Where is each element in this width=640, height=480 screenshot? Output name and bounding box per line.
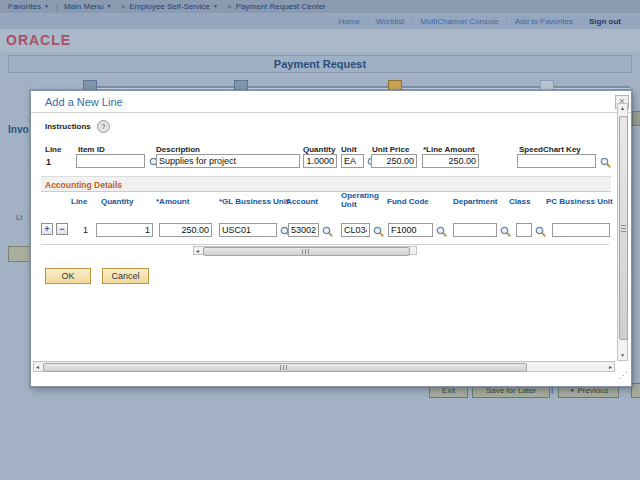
quantity-label: Quantity bbox=[303, 145, 335, 154]
grid-header-operating-unit: Operating Unit bbox=[341, 191, 383, 209]
chevron-down-icon: ▼ bbox=[213, 3, 218, 9]
grid-account-input[interactable] bbox=[288, 223, 319, 237]
lookup-icon[interactable] bbox=[436, 224, 448, 236]
scrollbar-grip bbox=[621, 225, 626, 233]
line-label: Line bbox=[45, 145, 61, 154]
grid-amount-input[interactable] bbox=[159, 223, 212, 237]
instructions-label: Instructions bbox=[45, 122, 91, 131]
add-to-favorites-link[interactable]: Add to Favorites bbox=[515, 17, 573, 26]
grid-class-input[interactable] bbox=[516, 223, 532, 237]
add-row-button[interactable]: + bbox=[41, 223, 53, 235]
scroll-right-icon[interactable]: ► bbox=[608, 364, 613, 371]
grid-operating-unit-input[interactable] bbox=[341, 223, 370, 237]
lookup-icon[interactable] bbox=[373, 224, 385, 236]
divider bbox=[41, 244, 609, 245]
grid-header-department: Department bbox=[453, 197, 497, 206]
app-window: Favorites▼ | Main Menu▼ > Employee Self-… bbox=[0, 0, 640, 480]
link-pipe: | bbox=[367, 17, 369, 26]
utility-links-bar: Home | Worklist | MultiChannel Console |… bbox=[0, 13, 640, 29]
background-label-fragment: Li bbox=[16, 213, 22, 222]
cancel-button[interactable]: Cancel bbox=[102, 268, 149, 284]
grid-pc-business-unit-input[interactable] bbox=[552, 223, 610, 237]
item-id-label: Item ID bbox=[78, 145, 105, 154]
lookup-icon[interactable] bbox=[535, 224, 547, 236]
add-new-line-modal: Add a New Line × Instructions ? Line Ite… bbox=[30, 90, 632, 387]
help-icon[interactable]: ? bbox=[97, 120, 110, 133]
modal-title: Add a New Line bbox=[45, 96, 123, 108]
grid-horizontal-scrollbar[interactable]: ◄ bbox=[193, 246, 417, 255]
unit-input[interactable] bbox=[341, 154, 364, 168]
scroll-left-icon[interactable]: ◄ bbox=[35, 364, 40, 371]
scroll-down-icon[interactable]: ▼ bbox=[620, 352, 625, 359]
unit-price-input[interactable] bbox=[371, 154, 417, 168]
lookup-icon[interactable] bbox=[600, 155, 612, 167]
accounting-details-title: Accounting Details bbox=[45, 180, 122, 190]
breadcrumb-bar: Favorites▼ | Main Menu▼ > Employee Self-… bbox=[0, 0, 640, 13]
quantity-input[interactable] bbox=[303, 154, 337, 168]
grid-gl-business-unit-input[interactable] bbox=[219, 223, 277, 237]
sign-out-link[interactable]: Sign out bbox=[589, 17, 621, 26]
description-label: Description bbox=[156, 145, 200, 154]
grid-header-amount: *Amount bbox=[156, 197, 189, 206]
grid-quantity-input[interactable] bbox=[96, 223, 153, 237]
description-input[interactable] bbox=[156, 154, 300, 168]
chevron-down-icon: ▼ bbox=[107, 3, 112, 9]
ok-button[interactable]: OK bbox=[45, 268, 91, 284]
grid-header-gl-business-unit: *GL Business Unit bbox=[219, 197, 289, 206]
grid-header-line: Line bbox=[71, 197, 87, 206]
grid-header-quantity: Quantity bbox=[101, 197, 133, 206]
unit-label: Unit bbox=[341, 145, 357, 154]
scroll-up-icon[interactable]: ▲ bbox=[620, 105, 625, 112]
breadcrumb-employee-self-service[interactable]: Employee Self-Service▼ bbox=[129, 2, 218, 11]
scrollbar-grip bbox=[302, 249, 310, 254]
link-pipe: | bbox=[580, 17, 582, 26]
previous-arrow-icon: ◄ bbox=[568, 387, 574, 393]
breadcrumb-separator: > bbox=[227, 2, 232, 11]
breadcrumb-separator: > bbox=[120, 2, 125, 11]
breadcrumb-payment-request-center[interactable]: Payment Request Center bbox=[236, 2, 326, 11]
scrollbar-grip bbox=[280, 365, 288, 370]
modal-vertical-scrollbar[interactable]: ▲ ▼ bbox=[617, 103, 628, 361]
modal-scrollbar-thumb[interactable] bbox=[43, 363, 527, 372]
lookup-icon[interactable] bbox=[322, 224, 334, 236]
oracle-bar: ORACLE bbox=[0, 29, 640, 52]
line-amount-label: *Line Amount bbox=[423, 145, 475, 154]
resize-grip-icon[interactable]: ⋰ bbox=[619, 371, 627, 380]
grid-scrollbar-thumb[interactable] bbox=[203, 247, 410, 256]
scroll-left-icon[interactable]: ◄ bbox=[195, 248, 200, 255]
grid-row-line-number: 1 bbox=[83, 225, 88, 235]
item-id-input[interactable] bbox=[76, 154, 145, 168]
page-title-bar: Payment Request bbox=[8, 55, 632, 73]
breadcrumb-pipe: | bbox=[56, 2, 58, 11]
grid-header-fund-code: Fund Code bbox=[387, 197, 429, 206]
modal-vscrollbar-thumb[interactable] bbox=[619, 116, 628, 340]
breadcrumb-favorites[interactable]: Favorites▼ bbox=[8, 2, 49, 11]
speedchart-key-label: SpeedChart Key bbox=[519, 145, 581, 154]
chevron-down-icon: ▼ bbox=[44, 3, 49, 9]
grid-header-pc-business-unit: PC Business Unit bbox=[546, 197, 613, 206]
delete-row-button[interactable]: − bbox=[56, 223, 68, 235]
divider bbox=[31, 112, 631, 113]
grid-header-account: Account bbox=[286, 197, 318, 206]
background-right-fragment bbox=[632, 111, 640, 126]
background-heading-fragment: Invo bbox=[8, 124, 29, 135]
modal-horizontal-scrollbar[interactable]: ◄ ► bbox=[33, 361, 615, 372]
accounting-details-band bbox=[41, 176, 611, 192]
speedchart-key-input[interactable] bbox=[517, 154, 596, 168]
link-pipe: | bbox=[506, 17, 508, 26]
home-link[interactable]: Home bbox=[339, 17, 360, 26]
page-title: Payment Request bbox=[274, 58, 366, 70]
grid-header-class: Class bbox=[509, 197, 530, 206]
link-pipe: | bbox=[411, 17, 413, 26]
line-amount-input[interactable] bbox=[422, 154, 479, 168]
lookup-icon[interactable] bbox=[500, 224, 512, 236]
unit-price-label: Unit Price bbox=[372, 145, 409, 154]
multichannel-console-link[interactable]: MultiChannel Console bbox=[420, 17, 498, 26]
grid-department-input[interactable] bbox=[453, 223, 497, 237]
oracle-logo: ORACLE bbox=[6, 32, 71, 48]
breadcrumb-main-menu[interactable]: Main Menu▼ bbox=[64, 2, 112, 11]
grid-fund-code-input[interactable] bbox=[388, 223, 433, 237]
worklist-link[interactable]: Worklist bbox=[376, 17, 404, 26]
cut-off-button-fragment bbox=[631, 383, 640, 398]
line-number-value: 1 bbox=[46, 157, 51, 167]
